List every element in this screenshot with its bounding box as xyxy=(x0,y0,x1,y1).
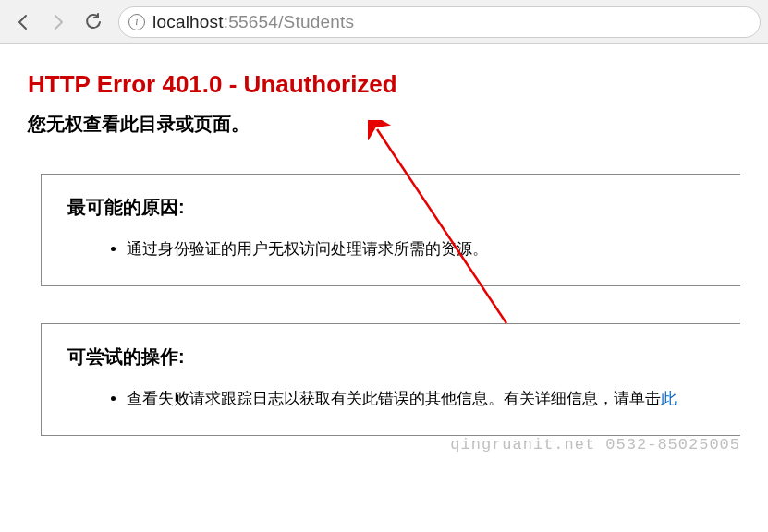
address-bar[interactable]: i localhost:55654/Students xyxy=(118,6,761,38)
browser-toolbar: i localhost:55654/Students xyxy=(0,0,768,44)
action-link[interactable]: 此 xyxy=(661,390,677,407)
cause-item: 通过身份验证的用户无权访问处理请求所需的资源。 xyxy=(127,236,714,261)
url-text: localhost:55654/Students xyxy=(152,12,354,32)
site-info-icon[interactable]: i xyxy=(128,14,145,30)
causes-heading: 最可能的原因: xyxy=(67,195,714,220)
url-path: /Students xyxy=(278,12,354,31)
error-subtitle: 您无权查看此目录或页面。 xyxy=(28,112,740,137)
action-item: 查看失败请求跟踪日志以获取有关此错误的其他信息。有关详细信息，请单击此 xyxy=(127,386,714,411)
actions-section: 可尝试的操作: 查看失败请求跟踪日志以获取有关此错误的其他信息。有关详细信息，请… xyxy=(41,323,740,436)
url-host: localhost xyxy=(152,12,224,31)
forward-button[interactable] xyxy=(43,6,74,38)
reload-button[interactable] xyxy=(78,6,109,38)
page-content: HTTP Error 401.0 - Unauthorized 您无权查看此目录… xyxy=(0,44,768,436)
back-button[interactable] xyxy=(7,6,39,38)
action-text: 查看失败请求跟踪日志以获取有关此错误的其他信息。有关详细信息，请单击 xyxy=(127,390,661,407)
actions-heading: 可尝试的操作: xyxy=(67,345,714,369)
watermark: qingruanit.net 0532-85025005 xyxy=(450,436,740,453)
causes-section: 最可能的原因: 通过身份验证的用户无权访问处理请求所需的资源。 xyxy=(41,174,740,286)
error-title: HTTP Error 401.0 - Unauthorized xyxy=(28,70,740,99)
url-port: :55654 xyxy=(224,12,278,31)
